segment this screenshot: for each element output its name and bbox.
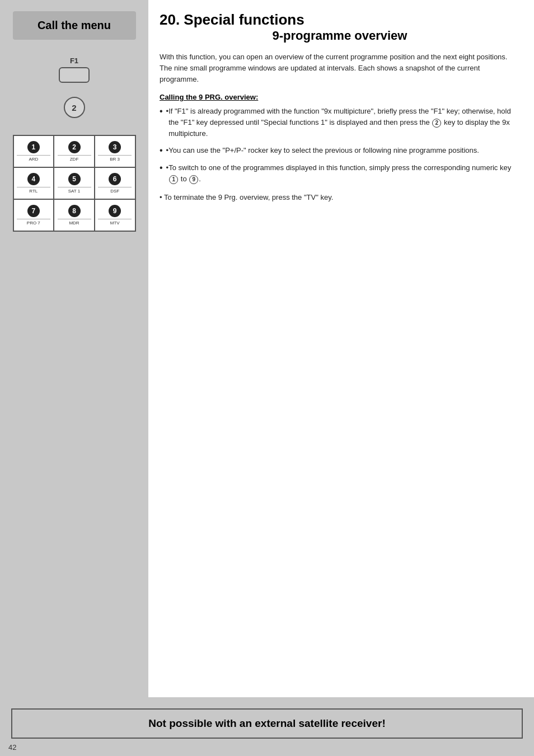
cell-label-1: ARD bbox=[17, 155, 50, 162]
sidebar-title-box: Call the menu bbox=[13, 11, 136, 40]
circle-2-button[interactable]: 2 bbox=[64, 97, 85, 118]
cell-label-2: ZDF bbox=[58, 155, 91, 162]
bullet-text-3: To switch to one of the programmes displ… bbox=[168, 162, 520, 185]
cell-number-8: 8 bbox=[68, 205, 81, 217]
grid-cell-2: 2 ZDF bbox=[54, 136, 95, 167]
cell-number-5: 5 bbox=[68, 173, 81, 185]
grid-cell-6: 6 DSF bbox=[95, 168, 135, 199]
cell-label-9: MTV bbox=[98, 219, 132, 226]
f1-section: F1 bbox=[8, 57, 140, 83]
content-area: Call the menu F1 2 1 ARD 2 ZDF bbox=[0, 0, 534, 697]
last-bullet-content: To terminate the 9 Prg. overview, press … bbox=[164, 193, 333, 201]
main-content: 20. Special functions 9-programme overvi… bbox=[148, 0, 534, 697]
cell-label-6: DSF bbox=[98, 187, 132, 194]
description-text: With this function, you can open an over… bbox=[160, 51, 520, 85]
bullet-item-3: • To switch to one of the programmes dis… bbox=[160, 162, 520, 185]
grid-cell-4: 4 RTL bbox=[14, 168, 55, 199]
last-bullet-text: • To terminate the 9 Prg. overview, pres… bbox=[160, 192, 520, 203]
cell-number-2: 2 bbox=[68, 141, 81, 153]
bottom-left: 42 bbox=[0, 739, 148, 756]
inline-circle-1: 1 bbox=[169, 175, 178, 184]
cell-number-3: 3 bbox=[109, 141, 121, 153]
f1-button[interactable] bbox=[59, 67, 90, 83]
page-number: 42 bbox=[8, 743, 16, 752]
grid-cell-8: 8 MDR bbox=[54, 200, 95, 231]
grid-row-2: 4 RTL 5 SAT 1 6 DSF bbox=[14, 168, 135, 200]
cell-label-3: BR 3 bbox=[98, 155, 132, 162]
inline-circle-2: 2 bbox=[432, 119, 441, 128]
cell-number-6: 6 bbox=[109, 173, 121, 185]
title-line2: 9-programme overview bbox=[160, 29, 520, 43]
title-line1: 20. Special functions bbox=[160, 11, 305, 28]
grid-cell-3: 3 BR 3 bbox=[95, 136, 135, 167]
bullet-item-1: • If "F1" is already programmed with the… bbox=[160, 106, 520, 139]
cell-number-9: 9 bbox=[109, 205, 121, 217]
calling-header: Calling the 9 PRG. overview: bbox=[160, 93, 520, 101]
grid-cell-1: 1 ARD bbox=[14, 136, 55, 167]
f1-label: F1 bbox=[70, 57, 78, 65]
warning-box: Not possible with an external satellite … bbox=[11, 708, 523, 739]
cell-number-7: 7 bbox=[27, 205, 40, 217]
programme-grid: 1 ARD 2 ZDF 3 BR 3 4 RT bbox=[13, 135, 136, 232]
cell-label-8: MDR bbox=[58, 219, 91, 226]
sidebar: Call the menu F1 2 1 ARD 2 ZDF bbox=[0, 0, 148, 697]
grid-cell-5: 5 SAT 1 bbox=[54, 168, 95, 199]
bottom-section: 42 bbox=[0, 739, 534, 756]
cell-label-4: RTL bbox=[17, 187, 50, 194]
bullet-text-2: You can use the "P+/P-" rocker key to se… bbox=[168, 145, 479, 156]
grid-cell-9: 9 MTV bbox=[95, 200, 135, 231]
warning-text: Not possible with an external satellite … bbox=[148, 717, 385, 729]
bullet-list: • If "F1" is already programmed with the… bbox=[160, 106, 520, 185]
bottom-right bbox=[148, 739, 534, 756]
grid-cell-7: 7 PRO 7 bbox=[14, 200, 55, 231]
page-wrapper: Call the menu F1 2 1 ARD 2 ZDF bbox=[0, 0, 534, 756]
grid-row-1: 1 ARD 2 ZDF 3 BR 3 bbox=[14, 136, 135, 168]
cell-number-4: 4 bbox=[27, 173, 40, 185]
page-number-area: 42 bbox=[0, 739, 148, 756]
bullet-text-1: If "F1" is already programmed with the f… bbox=[168, 106, 520, 139]
cell-label-7: PRO 7 bbox=[17, 219, 50, 226]
inline-circle-9: 9 bbox=[189, 175, 198, 184]
cell-label-5: SAT 1 bbox=[58, 187, 91, 194]
main-title: 20. Special functions 9-programme overvi… bbox=[160, 11, 520, 44]
sidebar-title: Call the menu bbox=[38, 19, 111, 31]
cell-number-1: 1 bbox=[27, 141, 40, 153]
grid-row-3: 7 PRO 7 8 MDR 9 MTV bbox=[14, 200, 135, 231]
bullet-item-2: • You can use the "P+/P-" rocker key to … bbox=[160, 145, 520, 157]
